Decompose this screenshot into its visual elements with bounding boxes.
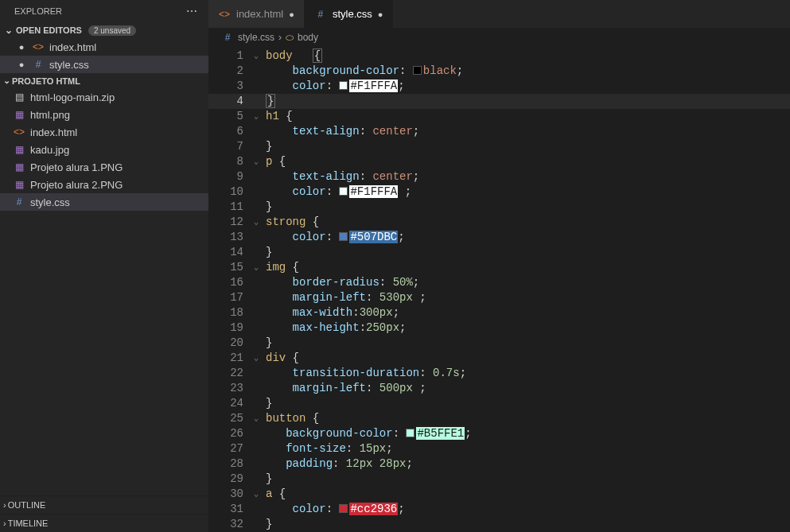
code-line[interactable]: 30⌄a { bbox=[208, 487, 790, 502]
img-file-icon: ▦ bbox=[13, 143, 25, 156]
code-line[interactable]: 22 transition-duration: 0.7s; bbox=[208, 366, 790, 381]
line-number: 27 bbox=[208, 441, 250, 456]
code-line[interactable]: 16 border-radius: 50%; bbox=[208, 275, 790, 290]
code-line[interactable]: 28 padding: 12px 28px; bbox=[208, 456, 790, 472]
fold-toggle bbox=[250, 502, 263, 517]
code-line[interactable]: 3 color: #F1FFFA; bbox=[208, 79, 790, 94]
code-line[interactable]: 2 background-color: black; bbox=[208, 64, 790, 79]
code-line[interactable]: 11} bbox=[208, 200, 790, 215]
tab-label: index.html bbox=[236, 8, 283, 20]
code-line[interactable]: 20} bbox=[208, 336, 790, 351]
file-name: index.html bbox=[30, 126, 77, 138]
color-swatch bbox=[413, 66, 422, 75]
line-number: 4 bbox=[208, 94, 250, 109]
fold-toggle bbox=[250, 184, 263, 200]
folder-section[interactable]: ⌄ PROJETO HTML bbox=[0, 73, 208, 88]
css-file-icon: # bbox=[13, 196, 25, 208]
open-editor-item[interactable]: ●#style.css bbox=[0, 56, 208, 73]
line-number: 6 bbox=[208, 124, 250, 139]
fold-toggle bbox=[250, 305, 263, 320]
line-number: 16 bbox=[208, 275, 250, 290]
file-tree-item[interactable]: ▦html.png bbox=[0, 106, 208, 123]
line-number: 31 bbox=[208, 502, 250, 517]
line-number: 11 bbox=[208, 200, 250, 215]
code-line[interactable]: 31 color: #cc2936; bbox=[208, 502, 790, 517]
open-editors-section[interactable]: ⌄ OPEN EDITORS 2 unsaved bbox=[0, 22, 208, 38]
code-line[interactable]: 27 font-size: 15px; bbox=[208, 441, 790, 456]
code-line[interactable]: 13 color: #507DBC; bbox=[208, 230, 790, 245]
line-number: 20 bbox=[208, 336, 250, 351]
line-number: 29 bbox=[208, 472, 250, 487]
fold-toggle[interactable]: ⌄ bbox=[250, 49, 263, 64]
fold-toggle[interactable]: ⌄ bbox=[250, 215, 263, 230]
fold-toggle bbox=[250, 200, 263, 215]
file-name: index.html bbox=[49, 41, 96, 53]
editor-tab[interactable]: #style.css● bbox=[305, 0, 394, 28]
line-number: 23 bbox=[208, 381, 250, 396]
fold-toggle[interactable]: ⌄ bbox=[250, 351, 263, 366]
line-number: 9 bbox=[208, 169, 250, 184]
code-line[interactable]: 5⌄h1 { bbox=[208, 109, 790, 124]
code-line[interactable]: 21⌄div { bbox=[208, 351, 790, 366]
code-line[interactable]: 25⌄button { bbox=[208, 411, 790, 426]
code-line[interactable]: 14} bbox=[208, 245, 790, 260]
code-line[interactable]: 17 margin-left: 530px ; bbox=[208, 290, 790, 305]
code-line[interactable]: 7} bbox=[208, 139, 790, 154]
file-tree-item[interactable]: <>index.html bbox=[0, 123, 208, 141]
outline-label: OUTLINE bbox=[8, 500, 46, 510]
timeline-section[interactable]: › TIMELINE bbox=[0, 514, 208, 532]
line-number: 5 bbox=[208, 109, 250, 124]
code-editor[interactable]: 1⌄body {2 background-color: black;3 colo… bbox=[208, 47, 790, 532]
fold-toggle bbox=[250, 426, 263, 441]
fold-toggle[interactable]: ⌄ bbox=[250, 154, 263, 169]
code-line[interactable]: 19 max-height:250px; bbox=[208, 320, 790, 336]
code-line[interactable]: 4} bbox=[208, 94, 790, 109]
editor-tab[interactable]: <>index.html● bbox=[208, 0, 305, 28]
code-line[interactable]: 23 margin-left: 500px ; bbox=[208, 381, 790, 396]
explorer-sidebar: EXPLORER ⋯ ⌄ OPEN EDITORS 2 unsaved ●<>i… bbox=[0, 0, 208, 532]
file-name: style.css bbox=[30, 196, 70, 208]
fold-toggle bbox=[250, 366, 263, 381]
file-name: kadu.jpg bbox=[30, 144, 69, 156]
line-number: 12 bbox=[208, 215, 250, 230]
file-tree-item[interactable]: ▦kadu.jpg bbox=[0, 141, 208, 158]
fold-toggle[interactable]: ⌄ bbox=[250, 411, 263, 426]
code-line[interactable]: 18 max-width:300px; bbox=[208, 305, 790, 320]
line-number: 2 bbox=[208, 64, 250, 79]
code-line[interactable]: 6 text-align: center; bbox=[208, 124, 790, 139]
zip-file-icon: ▤ bbox=[13, 91, 25, 103]
code-line[interactable]: 15⌄img { bbox=[208, 260, 790, 275]
code-line[interactable]: 8⌄p { bbox=[208, 154, 790, 169]
fold-toggle bbox=[250, 124, 263, 139]
code-line[interactable]: 12⌄strong { bbox=[208, 215, 790, 230]
breadcrumb-symbol: body bbox=[298, 32, 318, 43]
line-number: 21 bbox=[208, 351, 250, 366]
open-editor-item[interactable]: ●<>index.html bbox=[0, 38, 208, 56]
file-tree-item[interactable]: ▦Projeto alura 1.PNG bbox=[0, 158, 208, 176]
file-name: style.css bbox=[49, 59, 89, 71]
open-editors-label: OPEN EDITORS bbox=[16, 25, 82, 35]
file-tree-item[interactable]: ▤html-logo-main.zip bbox=[0, 88, 208, 106]
chevron-right-icon: › bbox=[3, 518, 6, 528]
code-line[interactable]: 24} bbox=[208, 396, 790, 411]
code-line[interactable]: 1⌄body { bbox=[208, 49, 790, 64]
img-file-icon: ▦ bbox=[13, 161, 25, 173]
code-line[interactable]: 10 color: #F1FFFA ; bbox=[208, 184, 790, 200]
code-line[interactable]: 26 background-color: #B5FFE1; bbox=[208, 426, 790, 441]
code-line[interactable]: 32} bbox=[208, 517, 790, 532]
fold-toggle bbox=[250, 169, 263, 184]
outline-section[interactable]: › OUTLINE bbox=[0, 495, 208, 514]
fold-toggle bbox=[250, 441, 263, 456]
img-file-icon: ▦ bbox=[13, 108, 25, 121]
fold-toggle[interactable]: ⌄ bbox=[250, 260, 263, 275]
breadcrumb[interactable]: # style.css › ⬭ body bbox=[208, 28, 790, 47]
explorer-more-icon[interactable]: ⋯ bbox=[186, 5, 197, 17]
folder-list: ▤html-logo-main.zip▦html.png<>index.html… bbox=[0, 88, 208, 211]
file-tree-item[interactable]: #style.css bbox=[0, 193, 208, 211]
file-tree-item[interactable]: ▦Projeto alura 2.PNG bbox=[0, 176, 208, 193]
img-file-icon: ▦ bbox=[13, 178, 25, 191]
fold-toggle[interactable]: ⌄ bbox=[250, 487, 263, 502]
code-line[interactable]: 29} bbox=[208, 472, 790, 487]
code-line[interactable]: 9 text-align: center; bbox=[208, 169, 790, 184]
fold-toggle[interactable]: ⌄ bbox=[250, 109, 263, 124]
